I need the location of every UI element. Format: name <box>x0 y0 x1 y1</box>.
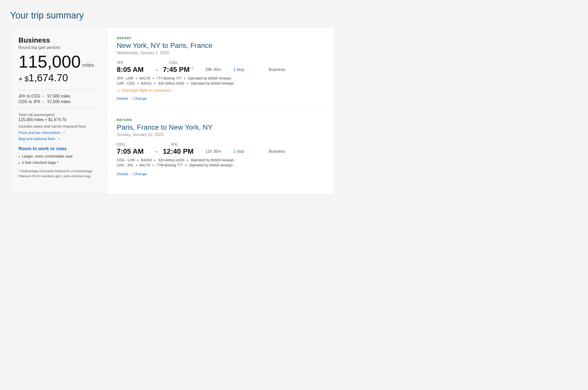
pipe-2: | <box>130 172 131 176</box>
return-seg2-route: LHR - JFK <box>117 163 133 167</box>
miles-amount: 115,000 <box>18 53 81 70</box>
route2-origin: CDG to JFK <box>18 100 41 104</box>
total-label: Total (all passengers) <box>18 112 98 117</box>
perk-1: • Larger, more comfortable seat <box>18 154 98 159</box>
return-direction-label: RETURN <box>117 118 324 122</box>
route1-miles: 57,500 miles <box>47 94 70 99</box>
trip-type: Round trip (per person) <box>18 45 98 50</box>
return-cabin-tag: Business <box>269 149 285 154</box>
route-row-2: CDG to JFK ← 57,500 miles <box>18 100 98 104</box>
tax-prefix: + $ <box>18 75 29 83</box>
return-action-links: Details | Change <box>117 172 324 176</box>
depart-section: DEPART New York, NY to Paris, France Wed… <box>117 36 324 101</box>
return-dest-code: JFK <box>171 142 178 146</box>
return-arrow-icon: → <box>154 149 159 154</box>
perk-2: • 2 free checked bags * <box>18 160 98 165</box>
depart-cabin-tag: Business <box>269 67 285 72</box>
perk-2-text: 2 free checked bags * <box>22 160 58 165</box>
return-arrive-time: 12:40 PM <box>163 147 203 155</box>
section-divider <box>117 110 324 110</box>
return-details-link[interactable]: Details <box>117 172 128 176</box>
depart-seg2-flight: BA322 <box>141 81 152 85</box>
depart-details-link[interactable]: Details <box>117 96 128 101</box>
miles-row: 115,000 miles <box>18 53 98 70</box>
depart-action-links: Details | Change <box>117 96 324 101</box>
return-flight-date: Sunday, January 12, 2025 <box>117 132 324 137</box>
depart-seg2-aircraft: 320-Airbus A320 <box>158 81 184 85</box>
depart-airport-codes: JFK CDG <box>117 60 324 65</box>
page-title: Your trip summary <box>10 10 578 21</box>
return-route-title: Paris, France to New York, NY <box>117 123 324 131</box>
tax-value: 1,674.70 <box>29 72 68 83</box>
depart-seg2-route: LHR - CDG <box>117 81 135 85</box>
route2-arrow: ← <box>41 100 45 104</box>
depart-seg1-aircraft: 777-Boeing 777 <box>156 76 182 80</box>
trip-card: Business Round trip (per person) 115,000… <box>10 27 334 194</box>
perk-1-text: Larger, more comfortable seat <box>22 154 72 158</box>
external-link-icon-1: ↗ <box>63 131 65 135</box>
depart-arrow-icon: → <box>154 67 159 73</box>
includes-text: Includes taxes and carrier-imposed fees <box>18 124 98 128</box>
bullet-1: • <box>18 154 20 159</box>
cabin-class: Business <box>18 36 98 44</box>
return-seg1-aircraft: 320-Airbus A320 <box>158 158 184 162</box>
bullet-2: • <box>18 161 20 165</box>
depart-segment-1: JFK - LHR ▪ BA178 ▪ 777-Boeing 777 ▪ Ope… <box>117 76 324 80</box>
depart-arrive-time: 7:45 PM+1 <box>163 66 203 74</box>
divider-2 <box>18 108 98 108</box>
depart-segment-2: LHR - CDG ▪ BA322 ▪ 320-Airbus A320 ▪ Op… <box>117 81 324 85</box>
return-segment-1: CDG - LHR ▪ BA303 ▪ 320-Airbus A320 ▪ Op… <box>117 158 324 162</box>
right-panel: DEPART New York, NY to Paris, France Wed… <box>107 27 334 194</box>
return-seg1-route: CDG - LHR <box>117 158 135 162</box>
left-panel: Business Round trip (per person) 115,000… <box>10 27 107 194</box>
return-times-row: 7:05 AM → 12:40 PM 11h 35m 1 stop Busine… <box>117 147 324 155</box>
return-seg2-operated: Operated by British Airways <box>189 163 233 167</box>
perks-title: Room to work or relax <box>18 146 98 151</box>
return-stops-link[interactable]: 1 stop <box>233 149 253 154</box>
overnight-text: Overnight flight or connection <box>122 88 171 92</box>
depart-direction-label: DEPART <box>117 36 324 40</box>
return-depart-time: 7:05 AM <box>117 147 150 155</box>
price-tax-link[interactable]: Price and tax information <box>18 130 61 135</box>
miles-label: miles <box>82 62 94 70</box>
plus-day: +1 <box>190 66 194 70</box>
warning-icon: ⚠ <box>117 88 120 93</box>
return-change-link[interactable]: Change <box>133 172 147 176</box>
route1-origin: JFK to CDG <box>18 94 41 99</box>
depart-dest-code: CDG <box>169 60 178 65</box>
total-value: 115,000 miles + $1,674.70 <box>18 118 98 122</box>
return-seg1-operated: Operated by British Airways <box>190 158 234 162</box>
depart-origin-code: JFK <box>117 60 124 65</box>
depart-seg1-route: JFK - LHR <box>117 76 133 80</box>
depart-times-row: 8:05 AM → 7:45 PM+1 29h 40m 1 stop Busin… <box>117 66 324 74</box>
depart-flight-date: Wednesday, January 1, 2025 <box>117 51 324 55</box>
depart-stops-link[interactable]: 1 stop <box>233 67 253 72</box>
route1-arrow: → <box>41 94 45 99</box>
depart-seg1-operated: Operated by British Airways <box>188 76 231 80</box>
return-seg2-aircraft: 77W-Boeing 777 <box>156 163 183 167</box>
external-link-icon-2: ↗ <box>57 137 60 141</box>
return-duration: 11h 35m <box>205 149 233 154</box>
tax-amount: + $1,674.70 <box>18 72 98 84</box>
route-table: JFK to CDG → 57,500 miles CDG to JFK ← 5… <box>18 94 98 104</box>
footnote: * AAdvantage Executive Platinum® or AAdv… <box>18 169 98 179</box>
return-airport-codes: CDG JFK <box>117 142 324 146</box>
depart-seg2-operated: Operated by British Airways <box>190 81 234 85</box>
return-section: RETURN Paris, France to New York, NY Sun… <box>117 118 324 176</box>
route2-miles: 57,500 miles <box>47 100 70 104</box>
depart-change-link[interactable]: Change <box>133 96 147 101</box>
depart-seg1-flight: BA178 <box>140 76 150 80</box>
overnight-warning: ⚠ Overnight flight or connection <box>117 88 324 93</box>
return-seg2-flight: BA175 <box>140 163 150 167</box>
price-tax-link-row: Price and tax information ↗ <box>18 130 98 135</box>
return-segment-2: LHR - JFK ▪ BA175 ▪ 77W-Boeing 777 ▪ Ope… <box>117 163 324 167</box>
pipe-1: | <box>130 96 131 101</box>
return-origin-code: CDG <box>117 142 125 146</box>
bag-fees-link[interactable]: Bag and optional fees <box>18 136 55 141</box>
bag-fees-link-row: Bag and optional fees ↗ <box>18 136 98 141</box>
depart-duration: 29h 40m <box>205 67 233 72</box>
total-section: Total (all passengers) 115,000 miles + $… <box>18 112 98 122</box>
return-seg1-flight: BA303 <box>141 158 152 162</box>
route-row-1: JFK to CDG → 57,500 miles <box>18 94 98 99</box>
depart-route-title: New York, NY to Paris, France <box>117 42 324 50</box>
